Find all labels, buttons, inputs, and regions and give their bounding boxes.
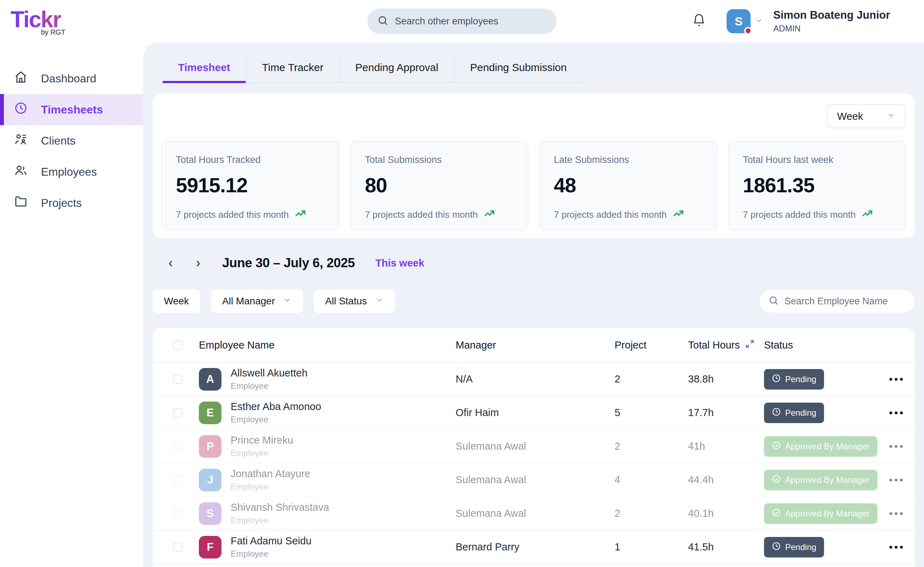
column-header-project: Project <box>615 339 688 351</box>
employee-search[interactable] <box>760 290 915 313</box>
user-menu[interactable]: S <box>726 9 763 33</box>
row-checkbox[interactable] <box>173 442 183 451</box>
chevron-down-icon <box>886 111 896 122</box>
folder-icon <box>14 195 27 211</box>
tab-timesheet[interactable]: Timesheet <box>162 56 246 82</box>
employee-avatar: P <box>199 435 222 458</box>
global-search-input[interactable] <box>395 16 547 27</box>
top-header: Tickr by RGT S Simon Boateng Junior ADMI… <box>0 0 924 42</box>
stats-panel: Week Total Hours Tracked 5915.12 7 proje… <box>153 94 915 238</box>
global-search[interactable] <box>368 9 556 34</box>
total-hours-cell: 38.8h <box>688 373 764 385</box>
user-info: Simon Boateng Junior ADMIN <box>773 9 890 34</box>
manager-filter-dropdown[interactable]: All Manager <box>211 290 303 313</box>
stat-title: Total Hours Tracked <box>176 155 325 165</box>
trending-up-icon <box>861 208 873 222</box>
row-checkbox[interactable] <box>173 408 183 418</box>
stat-subtitle: 7 projects added this month <box>365 209 477 220</box>
stat-title: Late Submissions <box>554 155 702 165</box>
column-header-manager: Manager <box>456 339 615 351</box>
table-row: S Shivansh Shrivastava Employee Sulemana… <box>153 496 915 530</box>
user-avatar[interactable]: S <box>726 9 751 33</box>
expand-icon[interactable] <box>745 339 755 351</box>
row-checkbox[interactable] <box>173 475 183 485</box>
employee-search-input[interactable] <box>784 296 906 307</box>
stat-title: Total Hours last week <box>743 155 891 165</box>
period-select[interactable]: Week <box>827 104 906 128</box>
clock-icon <box>772 374 781 385</box>
week-filter-button[interactable]: Week <box>153 290 200 313</box>
row-actions-menu[interactable] <box>879 546 915 549</box>
status-badge: Pending <box>764 537 824 558</box>
employee-name: Fati Adamu Seidu <box>231 535 312 547</box>
employee-avatar: F <box>199 536 222 558</box>
row-actions-menu[interactable] <box>879 412 915 414</box>
status-badge: Pending <box>764 403 824 423</box>
sidebar-item-employees[interactable]: Employees <box>0 156 143 187</box>
sidebar-item-clients[interactable]: Clients <box>0 125 143 156</box>
project-count-cell: 5 <box>615 407 688 418</box>
stat-subtitle: 7 projects added this month <box>743 209 855 220</box>
column-header-total-hours: Total Hours <box>688 339 740 351</box>
manager-cell: Sulemana Awal <box>456 474 615 486</box>
employee-role: Employee <box>231 381 308 391</box>
this-week-link[interactable]: This week <box>375 257 424 269</box>
tab-time-tracker[interactable]: Time Tracker <box>246 56 339 82</box>
row-actions-menu[interactable] <box>879 378 915 381</box>
table-row: F Fati Adamu Seidu Employee Bernard Parr… <box>153 530 915 564</box>
row-checkbox[interactable] <box>173 374 183 384</box>
filter-row: Week All Manager All Status <box>153 290 915 313</box>
column-header-employee-name: Employee Name <box>199 339 456 351</box>
select-all-checkbox[interactable] <box>173 340 183 350</box>
row-checkbox[interactable] <box>173 542 183 552</box>
employee-role: Employee <box>231 515 329 525</box>
manager-cell: Sulemana Awal <box>456 441 615 452</box>
week-range-title: June 30 – July 6, 2025 <box>222 256 355 271</box>
stat-title: Total Submissions <box>365 155 514 165</box>
notification-dot <box>744 27 752 35</box>
row-actions-menu[interactable] <box>879 512 915 515</box>
row-checkbox[interactable] <box>173 509 183 518</box>
clock-icon <box>772 407 781 418</box>
status-label: Pending <box>785 374 816 384</box>
employee-avatar: S <box>199 502 222 525</box>
project-count-cell: 1 <box>615 541 688 553</box>
user-role: ADMIN <box>773 23 890 34</box>
tab-pending-submission[interactable]: Pending Submission <box>454 56 582 82</box>
employee-name: Allswell Akuetteh <box>231 367 308 379</box>
row-actions-menu[interactable] <box>879 445 915 448</box>
status-badge: Approved By Manager <box>764 436 878 457</box>
sidebar-item-label: Clients <box>41 134 76 147</box>
week-filter-label: Week <box>164 296 189 307</box>
check-circle-icon <box>772 474 781 486</box>
sidebar-item-projects[interactable]: Projects <box>0 187 143 218</box>
tab-pending-approval[interactable]: Pending Approval <box>339 56 454 82</box>
status-label: Approved By Manager <box>785 475 870 485</box>
timesheet-table: Employee Name Manager Project Total Hour… <box>153 328 915 567</box>
employee-avatar: J <box>199 469 222 491</box>
clients-icon <box>14 132 27 149</box>
row-actions-menu[interactable] <box>879 478 915 481</box>
status-badge: Approved By Manager <box>764 470 878 490</box>
employee-name: Jonathan Atayure <box>231 468 310 480</box>
previous-week-button[interactable]: ‹ <box>164 256 178 271</box>
sidebar-item-timesheets[interactable]: Timesheets <box>0 94 143 125</box>
search-icon <box>768 295 779 307</box>
sidebar-item-dashboard[interactable]: Dashboard <box>0 63 143 94</box>
employee-avatar: E <box>199 402 222 424</box>
next-week-button[interactable]: › <box>191 256 205 271</box>
clock-icon <box>14 101 27 118</box>
manager-filter-label: All Manager <box>222 296 275 307</box>
stat-value: 5915.12 <box>176 173 325 197</box>
chevron-down-icon <box>375 296 384 307</box>
total-hours-cell: 41h <box>688 441 764 452</box>
table-row: M Michael Appiah Dankwah Employee Abdul … <box>153 564 915 567</box>
sidebar-item-label: Dashboard <box>41 72 96 85</box>
notifications-bell-icon[interactable] <box>692 14 706 29</box>
sidebar-item-label: Timesheets <box>41 103 103 116</box>
status-filter-dropdown[interactable]: All Status <box>314 290 395 313</box>
chevron-down-icon <box>755 16 763 26</box>
stat-card-late-submissions: Late Submissions 48 7 projects added thi… <box>539 141 717 230</box>
check-circle-icon <box>772 441 781 452</box>
manager-cell: Bernard Parry <box>456 541 615 553</box>
